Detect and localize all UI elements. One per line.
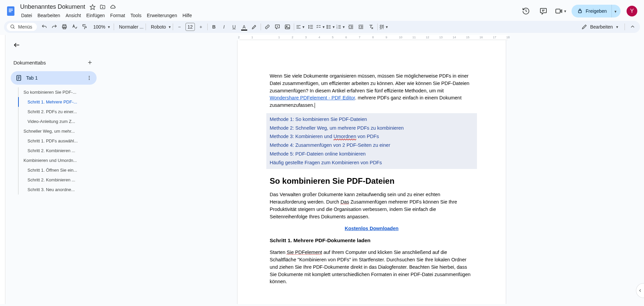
outline-item[interactable]: Schritt 2. Kombinieren ... [18,146,89,156]
paragraph-3: Starten Sie PDFelement auf Ihrem Compute… [270,249,474,286]
insert-image-button[interactable] [283,22,292,32]
highlight-button[interactable] [250,22,259,32]
editing-mode-button[interactable]: Bearbeiten ▼ [577,24,623,30]
menu-bar: Datei Bearbeiten Ansicht Einfügen Format… [19,11,519,19]
italic-button[interactable]: I [219,22,229,32]
toc-line[interactable]: Methode 2: Schneller Weg, um mehrere PDF… [270,124,474,133]
svg-point-59 [89,79,90,80]
outline-item[interactable]: Schritt 2. Kombinieren ... [18,175,89,185]
search-menus[interactable]: Menüs [7,23,37,31]
share-dropdown[interactable]: ▼ [611,5,621,17]
outline-item[interactable]: Video-Anleitung zum Z... [18,117,89,126]
toc-line[interactable]: Methode 4: Zusammenfügen von 2 PDF-Seite… [270,141,474,150]
font-select[interactable]: Roboto▼ [148,22,171,32]
underline-button[interactable]: U [229,22,239,32]
clear-formatting-button[interactable] [366,22,376,32]
outline-item[interactable]: Kombinieren und Umordn... [18,156,89,165]
account-avatar[interactable]: Y [627,6,637,16]
svg-point-30 [327,27,327,27]
toc-line[interactable]: Methode 1: So kombinieren Sie PDF-Dateie… [270,115,474,124]
svg-point-10 [11,25,14,28]
line-spacing-button[interactable] [306,22,315,32]
collapse-toolbar-button[interactable] [628,22,637,32]
document-canvas[interactable]: 21123456789101112131415161718 Wenn Sie v… [99,35,644,304]
docs-logo[interactable] [4,4,17,18]
toc-line[interactable]: Methode 5: PDF-Dateien online kombiniere… [270,150,474,159]
toc-box: Methode 1: So kombinieren Sie PDF-Dateie… [266,113,477,169]
paragraph-2: Das Verwalten großer Dokumente kann zeit… [270,191,474,220]
redo-button[interactable] [50,22,59,32]
app-header: Unbenanntes Dokument Datei Bearbeiten An… [0,0,644,19]
back-button[interactable] [11,39,23,51]
menu-format[interactable]: Format [108,11,127,19]
undo-button[interactable] [40,22,49,32]
document-title[interactable]: Unbenanntes Dokument [19,3,87,11]
increase-font-size[interactable]: + [196,22,206,32]
print-button[interactable] [60,22,69,32]
outline-item[interactable]: Schneller Weg, um mehr... [18,126,89,136]
outline-item[interactable]: So kombinieren Sie PDF-... [18,87,89,97]
outline-list: So kombinieren Sie PDF-...Schritt 1. Meh… [18,87,97,194]
numbered-list-button[interactable]: 123▼ [336,22,345,32]
menu-file[interactable]: Datei [19,11,35,19]
spellcheck-button[interactable] [70,22,79,32]
tab-item[interactable]: Tab 1 [11,71,97,85]
menu-edit[interactable]: Bearbeiten [35,11,63,19]
font-value: Roboto [151,24,166,30]
menu-view[interactable]: Ansicht [63,11,83,19]
menu-help[interactable]: Hilfe [180,11,194,19]
toolbar: Menüs 100%▼ Normaler ...▼ Roboto▼ − + B … [4,21,640,33]
outline-sidebar: Dokumenttabs Tab 1 So kombinieren Sie PD… [5,35,99,304]
history-icon[interactable] [519,4,533,18]
outline-title: Dokumenttabs [13,60,46,65]
tab-more-button[interactable] [85,74,93,82]
horizontal-ruler: 21123456789101112131415161718 [99,35,644,40]
heading-3: Schritt 1. Mehrere PDF-Dokumente laden [270,236,474,244]
decrease-font-size[interactable]: − [175,22,184,32]
outline-item[interactable]: Schritt 1. Öffnen Sie ein... [18,165,89,175]
checklist-button[interactable]: ▼ [316,22,325,32]
comments-icon[interactable] [537,4,550,18]
cloud-status-icon[interactable] [109,4,116,10]
toc-line[interactable]: Häufig gestellte Fragen zum Kombinieren … [270,159,474,167]
increase-indent-button[interactable] [356,22,366,32]
zoom-select[interactable]: 100%▼ [90,22,112,32]
outline-item[interactable]: Schritt 3. Neu anordne... [18,185,89,194]
outline-item[interactable]: Schritt 2. PDFs zu einer... [18,107,89,117]
star-icon[interactable] [89,4,96,10]
intro-paragraph: Wenn Sie viele Dokumente organisieren mü… [270,73,474,109]
add-comment-button[interactable] [273,22,282,32]
style-value: Normaler ... [119,24,144,30]
outline-item[interactable]: Schritt 1. PDFs auswähl... [18,136,89,146]
svg-point-58 [89,78,90,79]
pdfelement-link[interactable]: Wondershare PDFelement - PDF Editor [270,95,355,100]
download-link[interactable]: Kostenlos Downloaden [345,226,398,231]
input-tools-button[interactable]: 拼▼ [379,22,389,32]
page[interactable]: Wenn Sie viele Dokumente organisieren mü… [237,40,506,304]
menu-tools[interactable]: Tools [128,11,144,19]
align-button[interactable]: ▼ [296,22,305,32]
menu-insert[interactable]: Einfügen [84,11,107,19]
font-size-input[interactable] [185,23,195,31]
paragraph-style-select[interactable]: Normaler ...▼ [116,22,144,32]
heading-1: So kombinieren Sie PDF-Dateien [270,175,474,187]
bold-button[interactable]: B [209,22,219,32]
svg-point-32 [327,28,327,29]
toc-line[interactable]: Methode 3: Kombinieren und Umordnen von … [270,132,474,141]
meet-button[interactable]: ▼ [554,4,568,18]
outline-item[interactable]: Schritt 1. Mehrere PDF-... [18,97,89,107]
menu-extensions[interactable]: Erweiterungen [145,11,179,19]
decrease-indent-button[interactable] [346,22,356,32]
move-icon[interactable] [99,4,106,10]
share-button[interactable]: Freigeben [572,5,611,17]
insert-link-button[interactable] [263,22,272,32]
text-color-button[interactable]: A [239,22,249,32]
paint-format-button[interactable] [80,22,89,32]
svg-rect-0 [7,6,14,16]
bulleted-list-button[interactable]: ▼ [326,22,335,32]
tab-label: Tab 1 [26,75,38,81]
share-button-group: Freigeben ▼ [572,5,621,17]
editing-mode-label: Bearbeiten [590,24,613,30]
add-tab-button[interactable] [86,58,94,67]
search-menus-label: Menüs [18,24,32,30]
